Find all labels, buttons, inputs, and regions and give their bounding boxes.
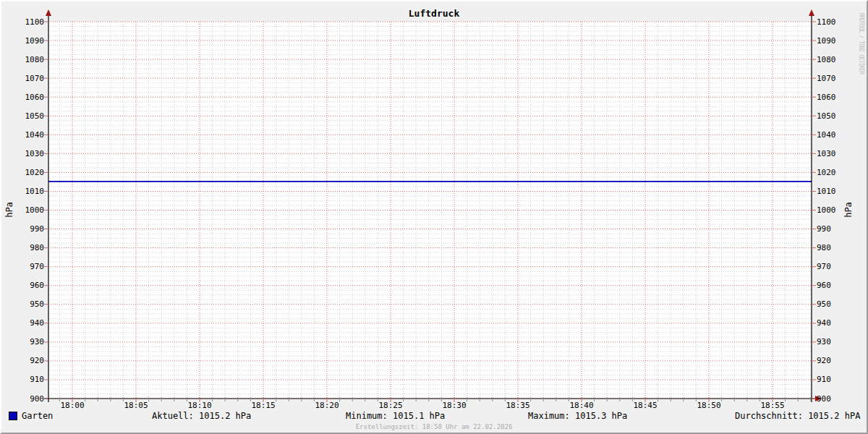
legend-series-label: Garten [22,411,53,421]
rrdtool-graph: Luftdruck hPa hPa RRDTOOL / TOBI OETIKER… [0,0,868,434]
y-tick-label-right: 920 [817,356,850,365]
y-tick-label-left: 960 [11,281,44,290]
y-tick-label-right: 930 [817,337,850,346]
stat-average: Durchschnitt: 1015.2 hPA [735,411,860,421]
y-tick-label-left: 920 [11,356,44,365]
y-tick-label-left: 900 [11,394,44,404]
y-tick-label-left: 1040 [11,130,44,140]
y-tick-label-left: 1100 [11,17,44,27]
x-tick-label: 18:20 [305,401,349,410]
y-tick-label-left: 1050 [11,111,44,121]
x-tick-label: 18:10 [178,401,221,410]
chart-plot-area [1,1,867,412]
x-tick-label: 18:35 [496,401,540,410]
x-tick-label: 18:00 [51,401,94,410]
y-tick-label-left: 990 [11,224,44,234]
y-tick-label-left: 1030 [11,149,44,158]
y-tick-label-left: 930 [11,337,44,346]
y-tick-label-right: 1070 [817,74,850,83]
y-tick-label-left: 980 [11,243,44,252]
y-tick-label-right: 1080 [817,55,850,64]
y-tick-label-right: 1050 [817,111,850,121]
y-tick-label-left: 1010 [11,187,44,196]
y-tick-label-left: 1000 [11,205,44,215]
y-tick-label-right: 950 [817,299,850,309]
x-tick-label: 18:40 [560,401,603,410]
x-tick-label: 18:05 [114,401,158,410]
x-tick-label: 18:55 [751,401,794,410]
y-tick-label-right: 940 [817,318,850,328]
y-tick-label-right: 1000 [817,205,850,215]
stat-minimum: Minimum: 1015.1 hPa [346,411,445,421]
x-tick-label: 18:25 [369,401,412,410]
y-tick-label-left: 940 [11,318,44,328]
y-tick-label-left: 950 [11,299,44,309]
y-tick-label-left: 1090 [11,36,44,46]
y-tick-label-left: 970 [11,262,44,271]
y-tick-label-left: 910 [11,375,44,384]
y-tick-label-right: 1100 [817,17,850,27]
x-tick-label: 18:30 [433,401,476,410]
x-tick-label: 18:45 [624,401,667,410]
y-tick-label-left: 1070 [11,74,44,83]
y-tick-label-right: 910 [817,375,850,384]
y-tick-label-left: 1060 [11,93,44,102]
stat-maximum: Maximum: 1015.3 hPa [528,411,627,421]
y-tick-label-right: 970 [817,262,850,271]
y-tick-label-left: 1080 [11,55,44,64]
y-tick-label-right: 980 [817,243,850,252]
y-tick-label-right: 1090 [817,36,850,46]
x-tick-label: 18:50 [687,401,731,410]
y-tick-label-right: 1020 [817,168,850,177]
y-tick-label-right: 1060 [817,93,850,102]
y-tick-label-right: 1040 [817,130,850,140]
y-tick-label-right: 960 [817,281,850,290]
creation-timestamp: Erstellungszeit: 18:58 Uhr am 22.02.2026 [1,423,867,430]
legend-row: Garten Aktuell: 1015.2 hPa Minimum: 1015… [1,411,867,422]
x-tick-label: 18:15 [242,401,285,410]
y-tick-label-right: 990 [817,224,850,234]
y-tick-label-right: 1030 [817,149,850,158]
legend-color-swatch [9,412,17,420]
y-tick-label-right: 900 [817,394,850,404]
stat-current: Aktuell: 1015.2 hPa [152,411,251,421]
y-tick-label-left: 1020 [11,168,44,177]
y-tick-label-right: 1010 [817,187,850,196]
